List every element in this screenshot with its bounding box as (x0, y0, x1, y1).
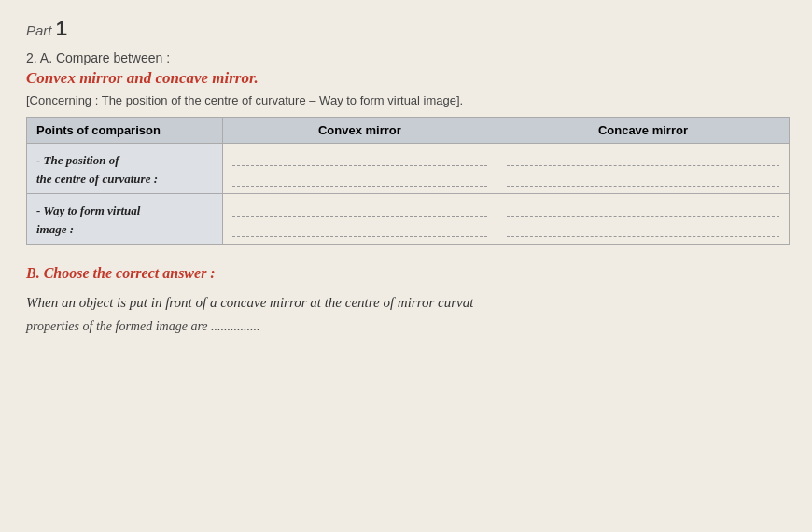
row1-label: - The position ofthe centre of curvature… (27, 144, 223, 194)
question-title: Convex mirror and concave mirror. (26, 69, 790, 88)
text1-prefix: W (26, 295, 38, 310)
question-instruction: Compare between : (56, 50, 170, 65)
table-row: - The position ofthe centre of curvature… (27, 144, 790, 194)
row2-convex-lines (232, 202, 487, 237)
line (232, 222, 487, 237)
section-b-title-text: oose the correct answer : (62, 265, 215, 281)
line (232, 202, 487, 217)
line (507, 172, 779, 187)
question-header: 2. A. Compare between : (26, 50, 790, 65)
question-subpart: A. (40, 50, 52, 65)
row2-label: - Way to form virtualimage : (27, 194, 223, 245)
text1-body: hen an object is put in front of a conca… (38, 295, 474, 310)
line (232, 172, 487, 187)
concerning-text: [Concerning : The position of the centre… (26, 93, 790, 107)
section-b-title: B. Choose the correct answer : (26, 265, 790, 282)
section-b-text2: properties of the formed image are .....… (26, 319, 790, 334)
row1-label-text: - The position ofthe centre of curvature… (36, 151, 213, 188)
line (232, 151, 487, 166)
row2-concave-cell (497, 194, 789, 245)
row2-concave-lines (507, 202, 779, 237)
part-number: 1 (56, 17, 67, 40)
col-header-convex: Convex mirror (223, 118, 497, 144)
comparison-table: Points of comparison Convex mirror Conca… (26, 117, 790, 245)
col-header-concave: Concave mirror (497, 118, 789, 144)
part-label: Part 1 (26, 17, 790, 41)
row1-convex-lines (232, 151, 487, 187)
page: Part 1 2. A. Compare between : Convex mi… (0, 0, 812, 532)
part-text: Part (26, 22, 52, 38)
line (507, 222, 779, 237)
section-b-text1: When an object is put in front of a conc… (26, 291, 790, 314)
section-b: B. Choose the correct answer : When an o… (26, 265, 790, 334)
row1-concave-lines (507, 151, 779, 187)
section-b-prefix: B. Ch (26, 265, 62, 281)
col-header-points: Points of comparison (27, 118, 223, 144)
row1-convex-cell (223, 144, 497, 194)
row2-label-text: - Way to form virtualimage : (36, 202, 213, 238)
row2-convex-cell (223, 194, 497, 245)
table-row: - Way to form virtualimage : (27, 194, 790, 245)
question-prefix: 2. (26, 50, 37, 65)
line (507, 202, 779, 217)
row1-concave-cell (497, 144, 789, 194)
line (507, 151, 779, 166)
